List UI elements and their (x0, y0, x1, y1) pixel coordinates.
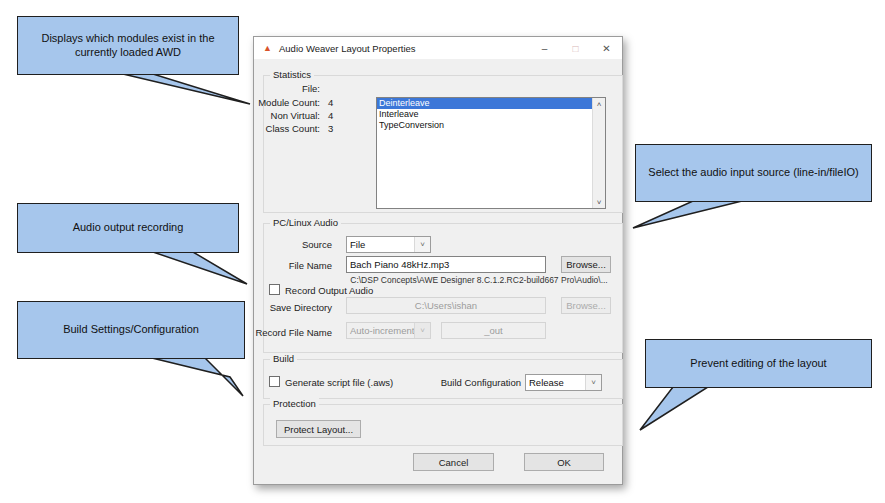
non-virtual-label: Non Virtual: (258, 110, 320, 121)
window-title: Audio Weaver Layout Properties (279, 43, 416, 54)
cancel-button[interactable]: Cancel (413, 453, 494, 471)
record-file-name-label: Record File Name (254, 327, 332, 338)
ok-button[interactable]: OK (524, 453, 604, 471)
record-suffix-field: _out (441, 322, 546, 339)
generate-script-checkbox[interactable] (269, 376, 280, 387)
callout-audio-output-text: Audio output recording (73, 221, 184, 235)
record-output-label: Record Output Audio (285, 285, 373, 296)
browse-file-button[interactable]: Browse... (561, 256, 611, 273)
tail-audio-output-callout (153, 252, 247, 284)
source-combobox[interactable]: File ˅ (346, 236, 431, 253)
layout-properties-dialog: ▲ Audio Weaver Layout Properties – □ ✕ S… (253, 36, 623, 485)
browse-directory-button: Browse... (561, 297, 611, 314)
chevron-down-icon[interactable]: ˅ (585, 375, 601, 390)
class-count-label: Class Count: (258, 123, 320, 134)
callout-modules: Displays which modules exist in the curr… (17, 16, 239, 75)
build-config-label: Build Configuration (394, 377, 521, 388)
callout-input-source-text: Select the audio input source (line-in/f… (648, 166, 858, 180)
file-name-input[interactable]: Bach Piano 48kHz.mp3 (346, 256, 546, 273)
callout-protection: Prevent editing of the layout (645, 339, 872, 388)
save-directory-label: Save Directory (254, 302, 332, 313)
tail-protection-callout (640, 387, 708, 430)
tail-modules-callout (123, 74, 250, 104)
callout-build-settings: Build Settings/Configuration (17, 301, 245, 359)
file-path-text: C:\DSP Concepts\AWE Designer 8.C.1.2.RC2… (339, 275, 619, 285)
list-item-deinterleave[interactable]: Deinterleave (377, 98, 592, 109)
callout-build-settings-text: Build Settings/Configuration (63, 323, 199, 337)
scroll-down-icon[interactable]: ˅ (593, 196, 605, 208)
tail-build-settings-callout (152, 358, 243, 396)
close-icon[interactable]: ✕ (591, 37, 622, 59)
file-label: File: (258, 83, 320, 94)
build-config-combobox[interactable]: Release ˅ (525, 374, 602, 391)
statistics-group-label: Statistics (270, 69, 314, 80)
file-name-label: File Name (254, 260, 332, 271)
chevron-down-icon: ˅ (414, 323, 430, 338)
non-virtual-value: 4 (328, 110, 333, 121)
maximize-icon[interactable]: □ (560, 37, 591, 59)
build-config-value: Release (529, 377, 564, 388)
generate-script-label: Generate script file (.aws) (285, 377, 393, 388)
chevron-down-icon[interactable]: ˅ (414, 237, 430, 252)
protection-group-label: Protection (270, 398, 319, 409)
pc-linux-audio-group-label: PC/Linux Audio (270, 217, 341, 228)
callout-audio-output: Audio output recording (17, 203, 239, 253)
protect-layout-button[interactable]: Protect Layout... (276, 420, 361, 438)
callout-modules-text: Displays which modules exist in the curr… (21, 32, 235, 60)
record-mode-value: Auto-increment (350, 325, 414, 336)
class-count-value: 3 (328, 123, 333, 134)
module-count-label: Module Count: (258, 97, 320, 108)
minimize-icon[interactable]: – (529, 37, 560, 59)
callout-input-source: Select the audio input source (line-in/f… (635, 144, 872, 202)
module-count-value: 4 (328, 97, 333, 108)
save-directory-field: C:\Users\ishan (346, 297, 546, 314)
record-mode-combobox: Auto-increment ˅ (346, 322, 431, 339)
list-item-interleave[interactable]: Interleave (377, 109, 592, 120)
scroll-up-icon[interactable]: ˄ (593, 98, 605, 110)
source-label: Source (254, 239, 332, 250)
callout-protection-text: Prevent editing of the layout (690, 357, 826, 371)
title-bar[interactable]: ▲ Audio Weaver Layout Properties – □ ✕ (254, 37, 622, 59)
listbox-scrollbar[interactable]: ˄ ˅ (592, 98, 605, 208)
list-item-typeconversion[interactable]: TypeConversion (377, 120, 592, 131)
app-icon: ▲ (261, 42, 274, 54)
tail-input-source-callout (633, 201, 742, 228)
source-value: File (350, 239, 365, 250)
build-group-label: Build (270, 353, 297, 364)
module-listbox[interactable]: Deinterleave Interleave TypeConversion ˄… (376, 97, 606, 209)
record-output-checkbox[interactable] (269, 284, 280, 295)
